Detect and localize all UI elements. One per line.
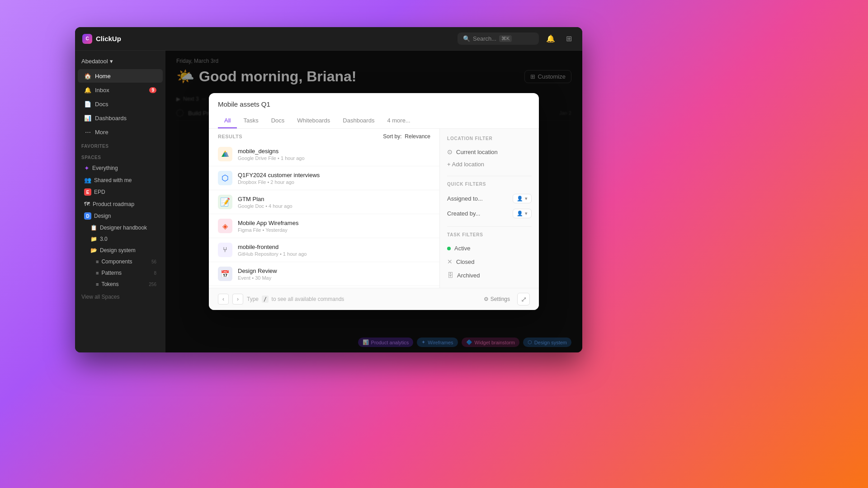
location-dot-icon: ⊙: [447, 148, 453, 155]
result-name-mobile-designs: mobile_designs: [238, 148, 430, 155]
result-meta-gtm-plan: GTM Plan Google Doc • 4 hour ago: [238, 196, 430, 209]
sidebar-item-design-system[interactable]: 📂 Design system: [78, 245, 163, 256]
inbox-icon: 🔔: [84, 86, 91, 94]
sidebar-item-docs[interactable]: 📄 Docs: [78, 97, 163, 111]
search-shortcut: ⌘K: [499, 35, 512, 42]
result-meta-mobile-frontend: mobile-frontend GitHub Repository • 1 ho…: [238, 244, 430, 257]
sidebar-item-inbox[interactable]: 🔔 Inbox 9: [78, 83, 163, 97]
modal-search-input[interactable]: [218, 100, 530, 113]
tab-all[interactable]: All: [218, 113, 237, 128]
result-meta-design-review: Design Review Event • 30 May: [238, 267, 430, 281]
modal-results: RESULTS Sort by: Relevance: [209, 129, 439, 288]
tab-dashboards[interactable]: Dashboards: [336, 113, 381, 128]
sidebar-label-design-system: Design system: [100, 247, 136, 253]
result-item-mobile-frontend[interactable]: ⑂ mobile-frontend GitHub Repository • 1 …: [209, 238, 439, 262]
grid-icon[interactable]: ⊞: [562, 33, 575, 45]
settings-label: Settings: [491, 296, 510, 302]
sidebar: Abedatool ▾ 🏠 Home 🔔 Inbox 9 📄 Docs 📊 Da…: [75, 51, 165, 352]
search-icon: 🔍: [463, 35, 470, 42]
workspace-header[interactable]: Abedatool ▾: [75, 55, 165, 67]
shared-icon: 👥: [84, 177, 91, 183]
sort-by: Sort by: Relevance: [383, 133, 430, 140]
folder-icon: 📁: [90, 236, 97, 242]
created-by-filter: Created by... 👤 ▾: [447, 206, 532, 221]
workspace-chevron-icon: ▾: [110, 58, 113, 65]
sidebar-item-home[interactable]: 🏠 Home: [78, 69, 163, 83]
nav-next-button[interactable]: ›: [232, 294, 243, 305]
sidebar-item-patterns[interactable]: ≡ Patterns 8: [78, 267, 163, 278]
sidebar-item-3-0[interactable]: 📁 3.0: [78, 234, 163, 244]
sidebar-item-dashboards[interactable]: 📊 Dashboards: [78, 111, 163, 125]
tab-docs[interactable]: Docs: [265, 113, 291, 128]
filter-active[interactable]: Active: [447, 242, 532, 255]
settings-button[interactable]: ⚙ Settings: [480, 294, 514, 304]
figma-icon: ◈: [218, 219, 232, 233]
chevron-down-icon: ▾: [525, 196, 528, 202]
result-item-mobile-designs[interactable]: mobile_designs Google Drive File • 1 hou…: [209, 142, 439, 166]
tab-more[interactable]: 4 more...: [381, 113, 416, 128]
titlebar: C ClickUp 🔍 Search... ⌘K 🔔 ⊞: [75, 27, 582, 51]
notification-icon[interactable]: 🔔: [544, 33, 557, 45]
filter-closed-label: Closed: [456, 258, 474, 265]
result-item-q1fy2024[interactable]: ⬡ Q1FY2024 customer interviews Dropbox F…: [209, 166, 439, 190]
panel-divider-1: [447, 176, 532, 176]
footer-type-hint: Type / to see all available commands: [247, 296, 344, 302]
filter-archived-label: Archived: [457, 272, 480, 279]
sidebar-label-shared: Shared with me: [94, 177, 132, 183]
result-meta-mobile-wireframes: Mobile App Wireframes Figma File • Yeste…: [238, 220, 430, 233]
type-label: Type: [247, 296, 259, 302]
archived-icon: 🗄: [447, 272, 453, 279]
sidebar-label-3-0: 3.0: [100, 236, 108, 242]
sidebar-label-docs: Docs: [95, 101, 108, 108]
assigned-to-filter: Assigned to... 👤 ▾: [447, 191, 532, 206]
filter-closed[interactable]: ✕ Closed: [447, 255, 532, 268]
sidebar-item-epd[interactable]: E EPD: [78, 186, 163, 198]
sidebar-item-designer-handbook[interactable]: 📋 Designer handbook: [78, 222, 163, 233]
gdoc-icon: 📝: [218, 195, 232, 209]
result-sub-design-review: Event • 30 May: [238, 275, 430, 281]
list3-icon: ≡: [96, 282, 99, 287]
expand-button[interactable]: ⤢: [517, 293, 530, 305]
footer-right: ⚙ Settings ⤢: [480, 293, 530, 305]
result-sub-mobile-designs: Google Drive File • 1 hour ago: [238, 155, 430, 161]
sidebar-label-components: Components: [101, 258, 132, 265]
spaces-section: SPACES: [75, 150, 165, 162]
favorites-section: FAVORITES: [75, 139, 165, 150]
nav-prev-button[interactable]: ‹: [218, 294, 229, 305]
sidebar-item-more[interactable]: ⋯ More: [78, 125, 163, 139]
sidebar-item-design[interactable]: D Design: [78, 210, 163, 222]
created-by-button[interactable]: 👤 ▾: [513, 209, 532, 218]
result-sub-mobile-frontend: GitHub Repository • 1 hour ago: [238, 251, 430, 257]
result-sub-mobile-wireframes: Figma File • Yesterday: [238, 227, 430, 233]
current-location[interactable]: ⊙ Current location: [447, 145, 532, 158]
view-all-spaces[interactable]: View all Spaces: [75, 290, 165, 304]
tab-whiteboards[interactable]: Whiteboards: [291, 113, 336, 128]
inbox-badge: 9: [149, 87, 156, 93]
dashboards-icon: 📊: [84, 114, 91, 122]
sidebar-item-components[interactable]: ≡ Components 56: [78, 256, 163, 267]
svg-marker-2: [224, 152, 229, 157]
sidebar-item-tokens[interactable]: ≡ Tokens 256: [78, 279, 163, 290]
search-modal: All Tasks Docs Whiteboards Dashboards 4 …: [209, 93, 539, 310]
sidebar-item-everything[interactable]: ✦ Everything: [78, 162, 163, 174]
created-label: Created by...: [447, 210, 480, 217]
sidebar-label-designer-handbook: Designer handbook: [100, 225, 147, 231]
result-item-gtm-plan[interactable]: 📝 GTM Plan Google Doc • 4 hour ago: [209, 190, 439, 214]
result-item-mobile-wireframes[interactable]: ◈ Mobile App Wireframes Figma File • Yes…: [209, 214, 439, 238]
patterns-count: 8: [154, 271, 156, 276]
search-bar[interactable]: 🔍 Search... ⌘K: [458, 33, 539, 45]
closed-icon: ✕: [447, 258, 453, 265]
result-name-gtm-plan: GTM Plan: [238, 196, 430, 202]
sidebar-item-shared[interactable]: 👥 Shared with me: [78, 174, 163, 186]
assigned-to-button[interactable]: 👤 ▾: [513, 194, 532, 203]
filter-archived[interactable]: 🗄 Archived: [447, 268, 532, 282]
roadmap-icon: 🗺: [84, 201, 90, 207]
add-location-label: + Add location: [447, 161, 484, 168]
sidebar-item-product-roadmap[interactable]: 🗺 Product roadmap: [78, 198, 163, 210]
result-item-design-review[interactable]: 📅 Design Review Event • 30 May: [209, 262, 439, 286]
tab-tasks[interactable]: Tasks: [237, 113, 264, 128]
location-filter-title: LOCATION FILTER: [447, 136, 532, 141]
add-location[interactable]: + Add location: [447, 158, 532, 170]
sidebar-label-more: More: [95, 129, 108, 136]
slash-hint: /: [262, 296, 269, 303]
